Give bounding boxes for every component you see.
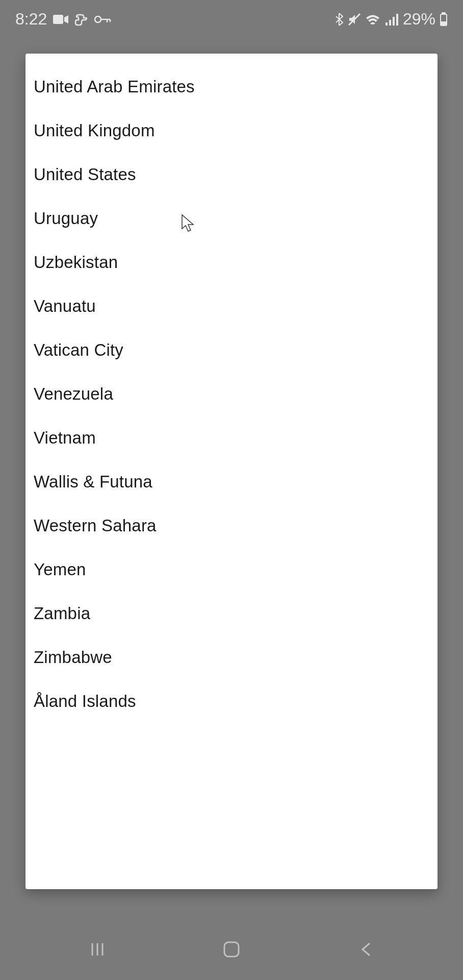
country-item[interactable]: Yemen xyxy=(25,548,438,592)
country-item[interactable]: Vanuatu xyxy=(25,284,438,328)
country-item[interactable]: Wallis & Futuna xyxy=(25,460,438,504)
country-item[interactable]: Åland Islands xyxy=(25,679,438,723)
country-item[interactable]: United Arab Emirates xyxy=(25,65,438,109)
country-item[interactable]: Zambia xyxy=(25,592,438,635)
country-item[interactable]: United Kingdom xyxy=(25,109,438,153)
country-item[interactable]: Vietnam xyxy=(25,416,438,460)
country-item[interactable]: Uruguay xyxy=(25,197,438,240)
country-item[interactable]: United States xyxy=(25,153,438,197)
country-item[interactable]: Uzbekistan xyxy=(25,240,438,284)
country-item[interactable]: Ukraine xyxy=(25,54,438,65)
modal-overlay[interactable]: UkraineUnited Arab EmiratesUnited Kingdo… xyxy=(0,0,463,980)
country-picker-modal: UkraineUnited Arab EmiratesUnited Kingdo… xyxy=(25,54,438,889)
country-item[interactable]: Venezuela xyxy=(25,372,438,416)
country-item[interactable]: Vatican City xyxy=(25,328,438,372)
country-item[interactable]: Zimbabwe xyxy=(25,635,438,679)
country-item[interactable]: Western Sahara xyxy=(25,504,438,548)
country-list[interactable]: UkraineUnited Arab EmiratesUnited Kingdo… xyxy=(25,54,438,889)
